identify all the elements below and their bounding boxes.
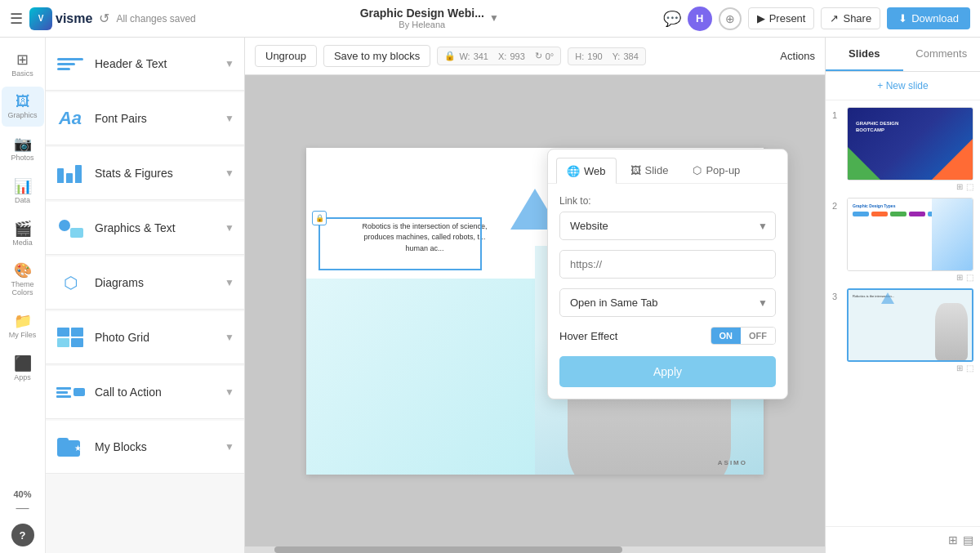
thumb-text-3: Robotics is the intersection... bbox=[853, 294, 902, 299]
help-button[interactable]: ? bbox=[11, 524, 34, 546]
new-slide-button[interactable]: + New slide bbox=[826, 72, 980, 100]
panel-item-photo-grid-header: Photo Grid ▼ bbox=[46, 311, 244, 363]
save-to-blocks-button[interactable]: Save to my blocks bbox=[323, 45, 431, 67]
panel-item-stats-figures[interactable]: Stats & Figures ▼ bbox=[46, 147, 244, 200]
panel: Header & Text ▼ Aa Font Pairs ▼ bbox=[46, 38, 245, 553]
undo-icon[interactable]: ↺ bbox=[99, 11, 109, 26]
photos-icon: 📷 bbox=[14, 135, 32, 153]
share-button[interactable]: ↗ Share bbox=[821, 7, 880, 29]
avatar[interactable]: H bbox=[688, 7, 712, 31]
panel-item-diagrams[interactable]: ⬡ Diagrams ▼ bbox=[46, 256, 244, 310]
h-value[interactable]: 190 bbox=[587, 51, 602, 61]
hamburger-icon[interactable]: ☰ bbox=[10, 10, 23, 28]
slide-actions-2: ⊞ ⬚ bbox=[847, 273, 973, 282]
link-tab-popup[interactable]: ⬡ Pop-up bbox=[682, 158, 751, 183]
list-view-icon[interactable]: ▤ bbox=[963, 533, 973, 546]
download-button[interactable]: ⬇ Download bbox=[887, 7, 970, 29]
link-tab-web[interactable]: 🌐 Web bbox=[556, 158, 617, 184]
w-label: W: bbox=[459, 51, 470, 61]
slide-action-icon-3b[interactable]: ⬚ bbox=[966, 363, 973, 372]
graphics-text-icon bbox=[56, 213, 85, 243]
main-layout: ⊞ Basics 🖼 Graphics 📷 Photos 📊 Data 🎬 Me… bbox=[0, 38, 980, 553]
title-chevron-icon[interactable]: ▼ bbox=[489, 12, 499, 24]
panel-item-header-text[interactable]: Header & Text ▼ bbox=[46, 38, 244, 91]
link-tab-popup-label: Pop-up bbox=[706, 164, 740, 176]
panel-item-my-blocks[interactable]: ★ My Blocks ▼ bbox=[46, 421, 244, 474]
slide-number-2: 2 bbox=[832, 201, 842, 211]
sidebar-icons: ⊞ Basics 🖼 Graphics 📷 Photos 📊 Data 🎬 Me… bbox=[0, 38, 46, 553]
media-icon: 🎬 bbox=[14, 220, 32, 238]
panel-item-label-my-blocks: My Blocks bbox=[95, 440, 147, 453]
x-value[interactable]: 993 bbox=[510, 51, 524, 61]
open-in-wrapper: Open in Same Tab ▼ bbox=[559, 288, 776, 317]
tab-slides[interactable]: Slides bbox=[826, 38, 903, 71]
panel-item-label-photo-grid: Photo Grid bbox=[95, 331, 149, 344]
actions-button[interactable]: Actions bbox=[780, 50, 815, 62]
url-input[interactable] bbox=[559, 250, 776, 279]
sidebar-item-media[interactable]: 🎬 Media bbox=[2, 213, 44, 254]
comment-icon[interactable]: 💬 bbox=[663, 10, 681, 28]
toggle-off-button[interactable]: OFF bbox=[741, 328, 775, 344]
sidebar-item-data[interactable]: 📊 Data bbox=[2, 171, 44, 212]
download-icon: ⬇ bbox=[898, 12, 907, 25]
rot-value[interactable]: 0° bbox=[546, 51, 555, 61]
panel-item-label-call-to-action: Call to Action bbox=[95, 386, 162, 399]
link-dialog: 🌐 Web 🖼 Slide ⬡ Pop-up Link t bbox=[547, 149, 788, 399]
apply-button[interactable]: Apply bbox=[559, 356, 776, 387]
sidebar-item-basics[interactable]: ⊞ Basics bbox=[2, 44, 44, 85]
open-in-select[interactable]: Open in Same Tab bbox=[559, 288, 776, 317]
canvas-scrollbar-thumb[interactable] bbox=[274, 546, 622, 553]
link-dialog-body: Link to: Website ▼ Open in Same Tab bbox=[548, 184, 787, 399]
apps-icon: ⬛ bbox=[14, 355, 32, 372]
header-text-icon bbox=[56, 49, 85, 78]
sidebar-item-my-files[interactable]: 📁 My Files bbox=[2, 305, 44, 346]
slide-thumb-col-3: Robotics is the intersection... ⊞ ⬚ bbox=[847, 288, 973, 372]
slide-number-1: 1 bbox=[832, 110, 842, 120]
present-button[interactable]: ▶ Present bbox=[748, 7, 815, 29]
slide-thumb-inner-2: Graphic Design Types bbox=[848, 198, 973, 270]
slide-action-icon-1b[interactable]: ⬚ bbox=[966, 182, 973, 191]
slide-thumb-inner-3: Robotics is the intersection... bbox=[849, 290, 972, 360]
slide-thumb-1[interactable]: GRAPHIC DESIGNBOOTCAMP bbox=[847, 107, 973, 181]
thumb-triangle-3 bbox=[881, 292, 894, 304]
add-person-icon[interactable]: ⊕ bbox=[719, 7, 742, 30]
thumb-bg-1: GRAPHIC DESIGNBOOTCAMP bbox=[848, 108, 973, 180]
slide-text-content: Robotics is the intersection of science,… bbox=[362, 222, 487, 252]
data-icon: 📊 bbox=[14, 177, 32, 195]
y-value[interactable]: 384 bbox=[623, 51, 638, 61]
toggle-on-button[interactable]: ON bbox=[711, 328, 742, 344]
rot-icon: ↻ bbox=[535, 51, 542, 61]
panel-item-label-diagrams: Diagrams bbox=[95, 276, 144, 289]
ungroup-button[interactable]: Ungroup bbox=[255, 45, 317, 67]
sidebar-item-photos[interactable]: 📷 Photos bbox=[2, 128, 44, 169]
panel-item-font-pairs[interactable]: Aa Font Pairs ▼ bbox=[46, 92, 244, 145]
sidebar-item-graphics[interactable]: 🖼 Graphics bbox=[2, 87, 44, 127]
panel-item-graphics-text[interactable]: Graphics & Text ▼ bbox=[46, 202, 244, 255]
canvas-scrollbar[interactable] bbox=[245, 546, 825, 553]
link-to-select[interactable]: Website bbox=[559, 212, 776, 240]
slide-item-1: 1 GRAPHIC DESIGNBOOTCAMP ⊞ ⬚ bbox=[832, 107, 973, 191]
panel-item-call-to-action[interactable]: Call to Action ▼ bbox=[46, 366, 244, 419]
link-tab-slide[interactable]: 🖼 Slide bbox=[620, 158, 679, 183]
slide-action-icon-3a[interactable]: ⊞ bbox=[956, 363, 963, 372]
slide-action-icon-1a[interactable]: ⊞ bbox=[956, 182, 963, 191]
sidebar-item-apps[interactable]: ⬛ Apps bbox=[2, 348, 44, 389]
graphics-icon: 🖼 bbox=[16, 93, 30, 110]
panel-item-photo-grid[interactable]: Photo Grid ▼ bbox=[46, 311, 244, 364]
slide-action-icon-2a[interactable]: ⊞ bbox=[956, 273, 963, 282]
sidebar-label-data: Data bbox=[15, 197, 30, 205]
grid-view-icon[interactable]: ⊞ bbox=[948, 533, 958, 546]
tab-comments[interactable]: Comments bbox=[903, 38, 981, 71]
panel-item-font-pairs-header: Aa Font Pairs ▼ bbox=[46, 92, 244, 145]
w-value[interactable]: 341 bbox=[474, 51, 488, 61]
sidebar-item-theme-colors[interactable]: 🎨 Theme Colors bbox=[2, 255, 44, 304]
canvas-content: Robotics is the intersection of science,… bbox=[245, 75, 825, 546]
basics-icon: ⊞ bbox=[16, 51, 29, 69]
zoom-minus-icon[interactable]: — bbox=[16, 501, 29, 515]
sidebar-label-apps: Apps bbox=[14, 374, 31, 382]
slide-action-icon-2b[interactable]: ⬚ bbox=[966, 273, 973, 282]
slide-thumb-3[interactable]: Robotics is the intersection... bbox=[847, 288, 973, 362]
slide-thumb-2[interactable]: Graphic Design Types bbox=[847, 198, 973, 271]
autosave-text: All changes saved bbox=[116, 13, 195, 25]
my-files-icon: 📁 bbox=[14, 312, 32, 330]
